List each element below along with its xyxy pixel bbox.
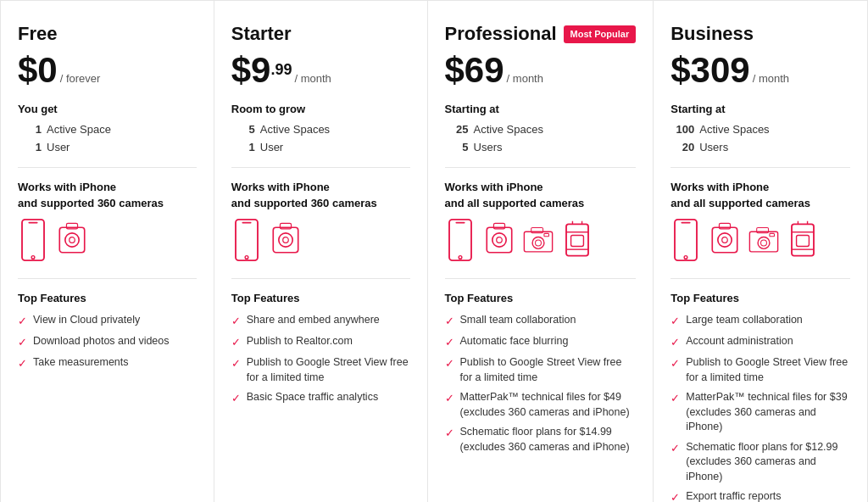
price-main-free: $0 bbox=[18, 53, 58, 88]
check-icon: ✓ bbox=[18, 335, 27, 350]
pricing-grid: Free$0/ foreverYou get1Active Space1User… bbox=[0, 0, 868, 502]
feature-item-business-2: ✓Publish to Google Street View free for … bbox=[670, 355, 850, 385]
check-icon: ✓ bbox=[231, 356, 241, 371]
svg-rect-44 bbox=[792, 224, 814, 255]
plan-name-business: Business bbox=[670, 21, 850, 47]
qty-num-free-1: 1 bbox=[18, 140, 42, 155]
qty-label-free-0: Active Space bbox=[47, 122, 111, 137]
divider-features-free bbox=[18, 278, 197, 279]
feature-text-business-0: Large team collaboration bbox=[686, 313, 803, 328]
svg-point-19 bbox=[496, 237, 502, 243]
svg-rect-25 bbox=[543, 233, 548, 236]
svg-point-18 bbox=[492, 233, 505, 247]
check-icon: ✓ bbox=[670, 314, 680, 329]
quantity-row-free-1: 1User bbox=[18, 140, 197, 155]
svg-point-9 bbox=[245, 255, 248, 259]
features-label-free: Top Features bbox=[18, 291, 197, 306]
check-icon: ✓ bbox=[18, 356, 27, 371]
check-icon: ✓ bbox=[231, 335, 241, 350]
svg-point-5 bbox=[70, 237, 75, 243]
section-label-professional: Starting at bbox=[445, 102, 637, 117]
features-label-starter: Top Features bbox=[231, 291, 410, 306]
qty-num-free-0: 1 bbox=[18, 122, 42, 137]
other-icon bbox=[562, 218, 593, 266]
feature-text-business-4: Schematic floor plans for $12.99 (exclud… bbox=[686, 440, 850, 485]
price-cents-starter: .99 bbox=[270, 59, 292, 81]
svg-rect-17 bbox=[487, 227, 511, 252]
price-period-starter: / month bbox=[295, 71, 331, 86]
plan-title-professional: Professional bbox=[445, 21, 557, 47]
plan-col-starter: Starter$9.99/ monthRoom to grow5Active S… bbox=[214, 1, 428, 502]
feature-text-starter-0: Share and embed anywhere bbox=[247, 313, 380, 328]
360cam-icon bbox=[270, 218, 301, 266]
svg-point-23 bbox=[532, 237, 544, 248]
plan-col-free: Free$0/ foreverYou get1Active Space1User… bbox=[1, 1, 214, 502]
svg-rect-33 bbox=[682, 221, 691, 223]
feature-text-starter-2: Publish to Google Street View free for a… bbox=[247, 355, 410, 385]
features-label-professional: Top Features bbox=[445, 291, 637, 306]
svg-rect-0 bbox=[22, 220, 44, 260]
phone-icon bbox=[445, 218, 476, 266]
check-icon: ✓ bbox=[670, 490, 680, 502]
svg-point-37 bbox=[722, 237, 728, 243]
price-row-starter: $9.99/ month bbox=[231, 53, 410, 88]
plan-col-business: Business$309/ monthStarting at100Active … bbox=[654, 1, 867, 502]
feature-text-starter-3: Basic Space traffic analytics bbox=[247, 390, 378, 405]
feature-item-business-1: ✓Account administration bbox=[670, 334, 850, 350]
check-icon: ✓ bbox=[670, 356, 680, 371]
price-main-business: $309 bbox=[670, 53, 749, 88]
features-label-business: Top Features bbox=[670, 291, 850, 306]
phone-icon bbox=[670, 218, 701, 266]
feature-item-starter-2: ✓Publish to Google Street View free for … bbox=[231, 355, 410, 385]
price-period-free: / forever bbox=[60, 71, 101, 86]
svg-rect-43 bbox=[770, 233, 775, 236]
quantity-row-business-1: 20Users bbox=[670, 140, 850, 155]
divider-camera-business bbox=[670, 167, 850, 168]
qty-num-professional-1: 5 bbox=[445, 140, 469, 155]
divider-features-business bbox=[670, 278, 850, 279]
feature-text-professional-1: Automatic face blurring bbox=[460, 334, 569, 349]
price-main-starter: $9 bbox=[231, 53, 271, 88]
icons-row-business bbox=[670, 218, 850, 266]
feature-item-starter-1: ✓Publish to Realtor.com bbox=[231, 334, 410, 350]
svg-rect-15 bbox=[455, 221, 465, 223]
360cam-icon bbox=[57, 218, 87, 266]
feature-text-free-2: Take measurements bbox=[33, 355, 129, 371]
dslr-icon bbox=[748, 218, 779, 266]
svg-point-2 bbox=[31, 255, 35, 259]
check-icon: ✓ bbox=[445, 391, 454, 406]
plan-name-starter: Starter bbox=[231, 21, 410, 47]
feature-item-free-2: ✓Take measurements bbox=[18, 355, 197, 371]
qty-num-professional-0: 25 bbox=[445, 122, 469, 137]
plan-name-free: Free bbox=[18, 21, 197, 47]
svg-point-34 bbox=[684, 255, 687, 259]
dslr-icon bbox=[523, 218, 554, 266]
camera-label-business: Works with iPhoneand all supported camer… bbox=[670, 180, 850, 210]
feature-item-business-3: ✓MatterPak™ technical files for $39 (exc… bbox=[670, 390, 850, 435]
check-icon: ✓ bbox=[670, 391, 680, 406]
feature-text-starter-1: Publish to Realtor.com bbox=[247, 334, 353, 349]
divider-camera-free bbox=[18, 167, 197, 168]
check-icon: ✓ bbox=[670, 335, 680, 350]
feature-item-professional-1: ✓Automatic face blurring bbox=[445, 334, 637, 350]
feature-text-professional-2: Publish to Google Street View free for a… bbox=[460, 355, 637, 385]
svg-rect-26 bbox=[566, 224, 588, 255]
check-icon: ✓ bbox=[231, 391, 241, 406]
check-icon: ✓ bbox=[18, 314, 27, 329]
svg-rect-1 bbox=[28, 221, 37, 223]
qty-num-starter-1: 1 bbox=[231, 140, 255, 155]
camera-label-starter: Works with iPhoneand supported 360 camer… bbox=[231, 180, 410, 210]
qty-label-professional-0: Active Spaces bbox=[474, 122, 543, 137]
qty-label-starter-0: Active Spaces bbox=[260, 122, 330, 137]
360cam-icon bbox=[484, 218, 515, 266]
plan-col-professional: ProfessionalMost Popular$69/ monthStarti… bbox=[428, 1, 654, 502]
quantity-row-free-0: 1Active Space bbox=[18, 122, 197, 137]
section-label-business: Starting at bbox=[670, 102, 850, 117]
phone-icon bbox=[231, 218, 262, 266]
qty-label-starter-1: User bbox=[260, 140, 283, 155]
360cam-icon bbox=[709, 218, 740, 266]
price-row-free: $0/ forever bbox=[18, 53, 197, 88]
svg-rect-3 bbox=[59, 227, 84, 252]
check-icon: ✓ bbox=[231, 314, 241, 329]
qty-label-free-1: User bbox=[47, 140, 70, 155]
